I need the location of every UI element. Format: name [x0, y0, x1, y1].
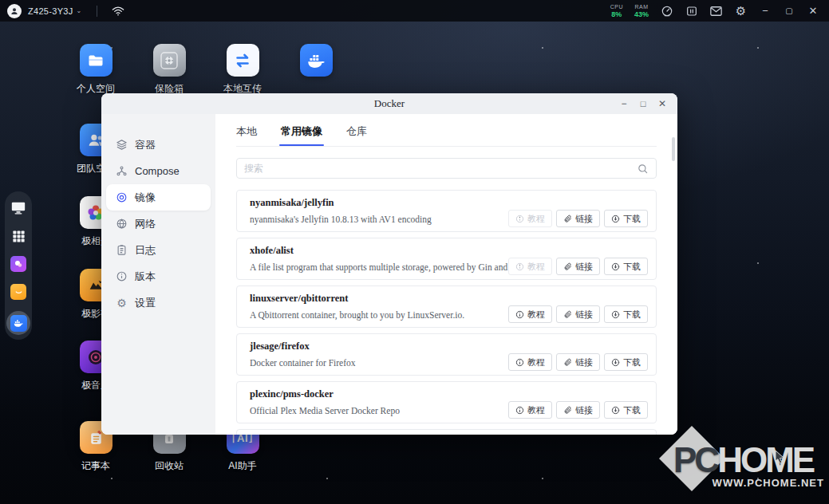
- sidebar-item-network[interactable]: 网络: [106, 211, 211, 237]
- ram-label: RAM: [634, 4, 649, 10]
- system-maximize-button[interactable]: ▢: [783, 6, 795, 15]
- tab-local[interactable]: 本地: [236, 124, 257, 146]
- dock: [5, 191, 32, 340]
- compose-icon: [116, 165, 128, 177]
- image-card: xhofe/alist A file list program that sup…: [236, 238, 657, 280]
- dock-apps-grid-icon[interactable]: [10, 227, 27, 245]
- sidebar-item-settings[interactable]: ⚙ 设置: [106, 289, 211, 316]
- image-name: linuxserver/qbittorrent: [250, 293, 648, 305]
- cursor-arrow-icon: [774, 450, 787, 464]
- system-close-button[interactable]: ✕: [807, 5, 819, 17]
- image-name: jlesage/firefox: [250, 341, 648, 352]
- tutorial-button[interactable]: 教程: [508, 401, 552, 419]
- topbar-divider: [97, 6, 97, 17]
- cpu-label: CPU: [610, 4, 623, 10]
- sidebar-item-version[interactable]: 版本: [106, 263, 211, 289]
- docker-window: Docker − □ ✕ 容器 Compose 镜像: [101, 93, 677, 435]
- sidebar-item-label: 镜像: [135, 191, 156, 205]
- desktop: Z425-3Y3J ⌄ CPU 8% RAM 43%: [0, 0, 829, 504]
- person-icon: [10, 6, 19, 16]
- watermark-url: WWW.PCHOME.NET: [713, 477, 824, 489]
- sidebar-item-label: Compose: [135, 165, 180, 177]
- docker-content: 本地 常用镜像 仓库 nyanmisaka/jellyfin nyanmisak…: [215, 114, 677, 435]
- tutorial-button[interactable]: 教程: [508, 210, 552, 227]
- desktop-icon-label: 回收站: [136, 459, 203, 473]
- performance-gauge-icon[interactable]: [660, 4, 673, 18]
- tab-common-images[interactable]: 常用镜像: [281, 124, 322, 146]
- link-button[interactable]: 链接: [556, 305, 600, 323]
- sidebar-item-label: 设置: [135, 296, 156, 310]
- image-card: linuxserver/qbittorrent A Qbittorrent co…: [236, 285, 657, 328]
- link-button[interactable]: 链接: [556, 258, 600, 275]
- dock-desktop-icon[interactable]: [10, 199, 27, 217]
- window-maximize-button[interactable]: □: [638, 99, 649, 108]
- desktop-icon-local-transfer[interactable]: 本地互传: [209, 44, 276, 96]
- tutorial-button[interactable]: 教程: [508, 305, 552, 323]
- window-titlebar[interactable]: Docker − □ ✕: [101, 93, 677, 114]
- dock-store-app-icon[interactable]: [10, 283, 27, 301]
- scrollbar-thumb[interactable]: [672, 137, 675, 161]
- ram-value: 43%: [634, 11, 649, 18]
- cpu-meter: CPU 8%: [610, 4, 623, 18]
- ram-meter: RAM 43%: [634, 4, 649, 18]
- image-name: nyanmisaka/jellyfin: [250, 197, 648, 209]
- system-minimize-button[interactable]: −: [759, 5, 772, 17]
- sidebar-item-containers[interactable]: 容器: [106, 132, 211, 158]
- sidebar-item-images[interactable]: 镜像: [106, 184, 211, 211]
- sidebar-item-label: 日志: [135, 243, 156, 258]
- sidebar-item-label: 版本: [135, 270, 156, 284]
- window-close-button[interactable]: ✕: [657, 98, 668, 109]
- download-button[interactable]: 下载: [604, 210, 648, 227]
- system-topbar: Z425-3Y3J ⌄ CPU 8% RAM 43%: [0, 0, 829, 22]
- desktop-icon-docker[interactable]: [282, 44, 349, 82]
- link-button[interactable]: 链接: [556, 353, 600, 371]
- search-icon: [637, 163, 649, 175]
- image-card: nyanmisaka/jellyfin nyanmisaka's Jellyfi…: [236, 190, 657, 232]
- tutorial-button[interactable]: 教程: [508, 258, 552, 275]
- transfer-arrows-icon: [227, 44, 259, 77]
- folder-icon: [80, 44, 113, 77]
- download-button[interactable]: 下载: [604, 353, 648, 371]
- download-button[interactable]: 下载: [604, 258, 648, 275]
- image-list: nyanmisaka/jellyfin nyanmisaka's Jellyfi…: [236, 190, 657, 435]
- tab-bar: 本地 常用镜像 仓库: [236, 114, 657, 147]
- user-avatar[interactable]: [7, 4, 22, 18]
- settings-gear-icon[interactable]: ⚙: [734, 4, 748, 18]
- image-name: plexinc/pms-docker: [250, 388, 648, 400]
- chevron-down-icon: ⌄: [77, 7, 82, 14]
- info-circle-icon: [116, 270, 128, 282]
- dock-docker-app-icon[interactable]: [6, 311, 30, 335]
- window-title: Docker: [101, 97, 677, 110]
- tab-repository[interactable]: 仓库: [346, 124, 367, 146]
- mail-icon[interactable]: [709, 4, 723, 18]
- task-manager-icon[interactable]: [685, 4, 698, 18]
- images-icon: [116, 191, 128, 203]
- docker-sidebar: 容器 Compose 镜像 网络 日志: [101, 114, 215, 435]
- sidebar-item-logs[interactable]: 日志: [106, 237, 211, 263]
- logs-icon: [116, 244, 128, 256]
- desktop-icon-safe[interactable]: 保险箱: [136, 44, 203, 96]
- safe-icon: [153, 44, 186, 77]
- image-card: linuxserver/calibre-web 教程 链接 下载: [236, 429, 657, 435]
- tutorial-button[interactable]: 教程: [508, 353, 552, 371]
- docker-whale-icon: [300, 44, 333, 77]
- search-box[interactable]: [236, 158, 657, 179]
- image-name: xhofe/alist: [250, 245, 648, 257]
- wifi-icon[interactable]: [112, 4, 125, 18]
- gear-icon: ⚙: [116, 297, 128, 309]
- containers-icon: [116, 139, 128, 151]
- download-button[interactable]: 下载: [604, 305, 648, 323]
- image-card: jlesage/firefox Docker container for Fir…: [236, 333, 657, 376]
- desktop-icon-personal-space[interactable]: 个人空间: [62, 44, 129, 96]
- sidebar-item-label: 容器: [135, 138, 156, 152]
- window-minimize-button[interactable]: −: [618, 98, 630, 109]
- network-globe-icon: [116, 218, 128, 230]
- sidebar-item-compose[interactable]: Compose: [106, 158, 211, 184]
- search-input[interactable]: [244, 163, 637, 174]
- dock-photos-app-icon[interactable]: [10, 255, 27, 273]
- device-name-menu[interactable]: Z425-3Y3J ⌄: [28, 6, 82, 16]
- download-button[interactable]: 下载: [604, 401, 648, 419]
- link-button[interactable]: 链接: [556, 210, 600, 227]
- sidebar-item-label: 网络: [135, 217, 156, 231]
- link-button[interactable]: 链接: [556, 401, 600, 419]
